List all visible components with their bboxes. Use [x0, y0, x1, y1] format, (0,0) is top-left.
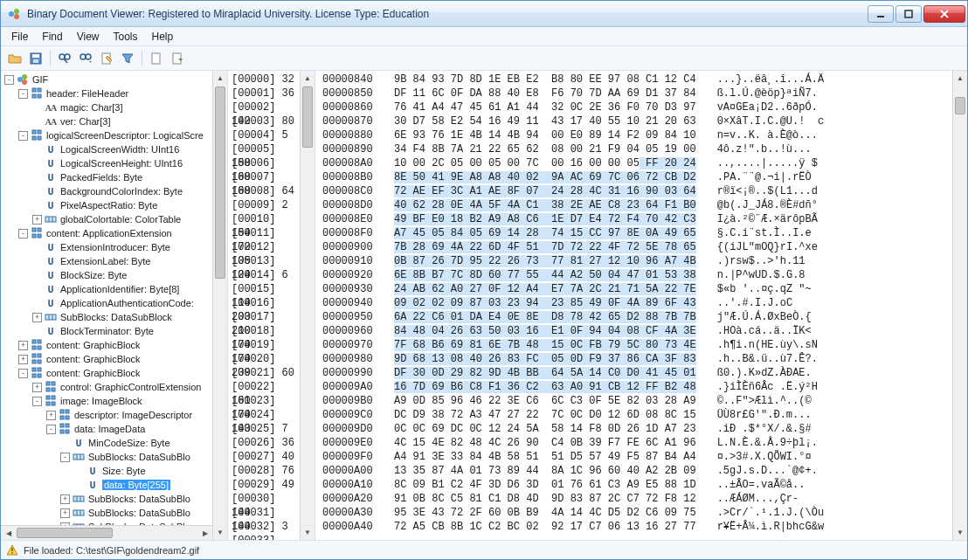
tree-row[interactable]: -content: ApplicationExtension	[1, 226, 212, 240]
offset-row[interactable]: [00004] 5	[232, 128, 296, 142]
hex-row[interactable]: 0000093024 AB 62 A0 27 0F 12 A4 E7 7A 2C…	[322, 282, 952, 296]
tb-open[interactable]	[6, 50, 24, 67]
offset-row[interactable]: [00014] 6	[232, 268, 296, 282]
collapse-icon[interactable]: -	[18, 131, 28, 141]
menu-help[interactable]: Help	[152, 31, 174, 43]
tree-row[interactable]: UBackgroundColorIndex: Byte	[1, 184, 212, 198]
offsets-list[interactable]: [00000] 32[00001] 36[00002] 142[00003] 8…	[228, 71, 300, 540]
hex-row[interactable]: 000008409B 84 93 7D 8D 1E EB E2 B8 80 EE…	[322, 73, 952, 86]
expand-icon[interactable]: +	[18, 355, 28, 364]
scroll-thumb[interactable]	[302, 86, 313, 148]
tree-row[interactable]: -GIF	[1, 73, 212, 86]
offset-row[interactable]: [00000] 32	[232, 73, 296, 86]
hex-vscroll[interactable]: ▲ ▼	[952, 71, 967, 540]
hex-row[interactable]: 000008806E 93 76 1E 4B 14 4B 94 00 E0 89…	[322, 128, 952, 142]
titlebar[interactable]: Binary Document Viewer: Registered to Mi…	[1, 1, 967, 27]
offset-row[interactable]: [00002] 142	[232, 100, 296, 114]
hex-row[interactable]: 00000990DF 30 0D 29 82 9D 4B BB 64 5A 14…	[322, 366, 952, 380]
tree-row[interactable]: ULogicalScreenWidth: UInt16	[1, 142, 212, 156]
offset-row[interactable]: [00016] 203	[232, 296, 296, 310]
offset-row[interactable]: [00026] 36	[232, 436, 296, 450]
offset-row[interactable]: [00010] 154	[232, 212, 296, 226]
expand-icon[interactable]: +	[60, 508, 70, 518]
offset-row[interactable]: [00032] 3	[232, 520, 296, 534]
offset-row[interactable]: [00024] 143	[232, 408, 296, 422]
scroll-thumb[interactable]	[955, 97, 965, 114]
offset-row[interactable]: [00006] 168	[232, 156, 296, 170]
offset-row[interactable]: [00022] 161	[232, 380, 296, 394]
tree-row[interactable]: UBlockTerminator: Byte	[1, 324, 212, 338]
tb-edit[interactable]	[98, 50, 115, 67]
tree-row[interactable]: UBlockSize: Byte	[1, 268, 212, 282]
expand-icon[interactable]: +	[60, 494, 70, 504]
offset-row[interactable]: [00031] 144	[232, 506, 296, 520]
tree-hscroll[interactable]: ◀ ▶	[1, 525, 212, 540]
offset-row[interactable]: [00008] 64	[232, 184, 296, 198]
tree-row[interactable]: +content: GraphicBlock	[1, 338, 212, 352]
tb-filter[interactable]	[119, 50, 136, 67]
collapse-icon[interactable]: -	[60, 453, 70, 462]
tree-row[interactable]: -logicalScreenDescriptor: LogicalScre	[1, 128, 212, 142]
offset-row[interactable]: [00021] 60	[232, 366, 296, 380]
tree-row[interactable]: -content: GraphicBlock	[1, 366, 212, 380]
minimize-button[interactable]	[868, 5, 894, 23]
tree-row[interactable]: ULogicalScreenHeight: UInt16	[1, 156, 212, 170]
offset-row[interactable]: [00027] 40	[232, 450, 296, 464]
tree-row[interactable]: +SubBlocks: DataSubBlo	[1, 506, 212, 520]
offset-row[interactable]: [00001] 36	[232, 86, 296, 100]
menu-view[interactable]: View	[77, 31, 100, 43]
tb-find-next[interactable]	[77, 50, 94, 67]
hex-row[interactable]: 00000A2091 0B 8C C5 81 C1 D8 4D 9D 83 87…	[322, 492, 952, 506]
hex-row[interactable]: 000008E049 BF E0 18 B2 A9 A8 C6 1E D7 E4…	[322, 212, 952, 226]
tree-row[interactable]: +SubBlocks: DataSubBlock	[1, 310, 212, 324]
maximize-button[interactable]	[895, 5, 922, 23]
hex-row[interactable]: 0000096084 48 04 26 63 50 03 16 E1 0F 94…	[322, 324, 952, 338]
hex-row[interactable]: 00000A3095 3E 43 72 2F 60 0B B9 4A 14 4C…	[322, 506, 952, 520]
tb-page[interactable]	[148, 50, 165, 67]
collapse-icon[interactable]: -	[46, 425, 56, 434]
collapse-icon[interactable]: -	[18, 369, 28, 378]
tree-row[interactable]: +descriptor: ImageDescriptor	[1, 408, 212, 422]
menu-tools[interactable]: Tools	[113, 31, 137, 43]
tree-row[interactable]: AAver: Char[3]	[1, 114, 212, 128]
offset-row[interactable]: [00005] 158	[232, 142, 296, 156]
menu-file[interactable]: File	[11, 31, 28, 43]
tb-page-go[interactable]	[169, 50, 186, 67]
collapse-icon[interactable]: -	[4, 75, 14, 85]
hex-row[interactable]: 000009E04C 15 4E 82 48 4C 26 90 C4 0B 39…	[322, 436, 952, 450]
tree-row[interactable]: UExtensionLabel: Byte	[1, 254, 212, 268]
offset-row[interactable]: [00015] 114	[232, 282, 296, 296]
offset-row[interactable]: [00003] 80	[232, 114, 296, 128]
tb-find[interactable]	[56, 50, 73, 67]
scroll-left-icon[interactable]: ◀	[1, 526, 16, 540]
tree-row[interactable]: AAmagic: Char[3]	[1, 100, 212, 114]
offset-row[interactable]: [00023] 174	[232, 394, 296, 408]
tree-row[interactable]: Udata: Byte[255]	[1, 478, 212, 492]
hex-row[interactable]: 000008A010 00 2C 05 00 05 00 7C 00 16 00…	[322, 156, 952, 170]
collapse-icon[interactable]: -	[18, 229, 28, 239]
expand-icon[interactable]: +	[32, 383, 42, 392]
hex-row[interactable]: 000008C072 AE EF 3C A1 AE 8F 07 24 28 4C…	[322, 184, 952, 198]
offsets-vscroll[interactable]: ▲ ▼	[300, 71, 315, 540]
hex-row[interactable]: 00000850DF 11 6C 0F DA 88 40 E8 F6 70 7D…	[322, 86, 952, 100]
tree-row[interactable]: UPixelAspectRatio: Byte	[1, 198, 212, 212]
expand-icon[interactable]: +	[32, 313, 42, 322]
offset-row[interactable]: [00007] 168	[232, 170, 296, 184]
offset-row[interactable]: [00019] 174	[232, 338, 296, 352]
scroll-up-icon[interactable]: ▲	[213, 71, 227, 86]
scroll-up-icon[interactable]: ▲	[301, 71, 315, 86]
hex-row[interactable]: 000009707F 68 B6 69 81 6E 7B 48 15 0C FB…	[322, 338, 952, 352]
tree-row[interactable]: UMinCodeSize: Byte	[1, 436, 212, 450]
collapse-icon[interactable]: -	[32, 397, 42, 406]
tree-row[interactable]: +content: GraphicBlock	[1, 352, 212, 366]
hex-row[interactable]: 00000A108C 09 B1 C2 4F 3D D6 3D 01 76 61…	[322, 478, 952, 492]
tree-vscroll[interactable]: ▲ ▼	[212, 71, 227, 540]
collapse-icon[interactable]: -	[18, 89, 28, 99]
tb-save[interactable]	[27, 50, 45, 67]
hex-row[interactable]: 0000094009 02 02 09 87 03 23 94 23 85 49…	[322, 296, 952, 310]
tree-row[interactable]: +control: GraphicControlExtension	[1, 380, 212, 394]
tree-row[interactable]: +globalColortable: ColorTable	[1, 212, 212, 226]
hex-row[interactable]: 000009100B 87 26 7D 95 22 26 73 77 81 27…	[322, 254, 952, 268]
scroll-thumb[interactable]	[215, 86, 225, 279]
scroll-down-icon[interactable]: ▼	[213, 525, 227, 540]
